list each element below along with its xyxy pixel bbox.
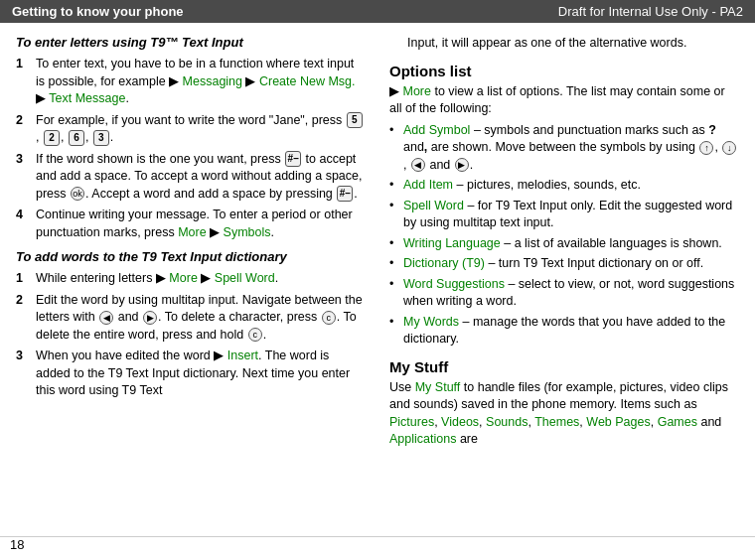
step2-3: 3 When you have edited the word ▶ Insert…	[16, 348, 366, 400]
option-spell-word: • Spell Word – for T9 Text Input only. E…	[389, 198, 739, 232]
option-writing-language: • Writing Language – a list of available…	[389, 235, 739, 253]
step1-4: 4 Continue writing your message. To ente…	[16, 207, 366, 241]
page-number: 18	[10, 537, 24, 552]
step2-1: 1 While entering letters ▶ More ▶ Spell …	[16, 270, 366, 288]
header-right: Draft for Internal Use Only - PA2	[558, 4, 743, 19]
option-add-item: • Add Item – pictures, melodies, sounds,…	[389, 177, 739, 195]
continued-text: Input, it will appear as one of the alte…	[389, 35, 739, 53]
option-dictionary: • Dictionary (T9) – turn T9 Text Input d…	[389, 255, 739, 273]
mystuff-text: Use My Stuff to handle files (for exampl…	[389, 379, 739, 449]
step1-1: 1 To enter text, you have to be in a fun…	[16, 56, 366, 108]
steps2-list: 1 While entering letters ▶ More ▶ Spell …	[16, 270, 366, 400]
option-add-symbol: • Add Symbol – symbols and punctuation m…	[389, 122, 739, 175]
step2-2: 2 Edit the word by using multitap input.…	[16, 292, 366, 345]
main-content: To enter letters using T9™ Text Input 1 …	[0, 23, 755, 536]
content-area: To enter letters using T9™ Text Input 1 …	[0, 23, 755, 536]
step1-3: 3 If the word shown is the one you want,…	[16, 151, 366, 204]
header-left: Getting to know your phone	[12, 4, 184, 19]
steps1-list: 1 To enter text, you have to be in a fun…	[16, 56, 366, 241]
section1-title: To enter letters using T9™ Text Input	[16, 35, 366, 50]
option-my-words: • My Words – manage the words that you h…	[389, 314, 739, 349]
section2-title: To add words to the T9 Text Input dictio…	[16, 249, 366, 264]
options-list: • Add Symbol – symbols and punctuation m…	[389, 122, 739, 349]
right-column: Input, it will appear as one of the alte…	[389, 35, 739, 449]
page-container: Getting to know your phone Draft for Int…	[0, 0, 755, 560]
left-column: To enter letters using T9™ Text Input 1 …	[16, 35, 366, 400]
options-title: Options list	[389, 63, 739, 79]
mystuff-title: My Stuff	[389, 358, 739, 375]
options-intro: ▶ More to view a list of options. The li…	[389, 83, 739, 118]
step1-2: 2 For example, if you want to write the …	[16, 112, 366, 147]
option-word-suggestions: • Word Suggestions – select to view, or …	[389, 276, 739, 311]
